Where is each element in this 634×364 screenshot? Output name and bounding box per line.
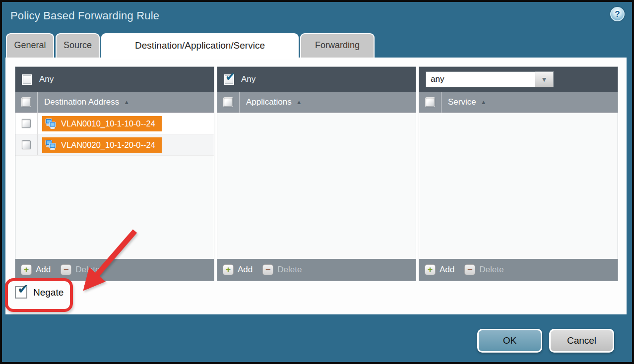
negate-label: Negate <box>33 287 63 298</box>
applications-header-label[interactable]: Applications <box>246 97 292 107</box>
help-glyph: ? <box>615 9 620 19</box>
service-header-label[interactable]: Service <box>448 97 476 107</box>
applications-delete-button[interactable]: − Delete <box>262 264 302 275</box>
destination-any-checkbox[interactable] <box>22 74 32 85</box>
network-computers-icon <box>45 118 57 129</box>
add-icon: + <box>223 264 234 275</box>
service-add-button[interactable]: + Add <box>425 264 454 275</box>
service-list <box>419 113 618 259</box>
delete-icon: − <box>262 264 273 275</box>
destination-address-column: Any Destination Address ▲ <box>15 66 214 281</box>
destination-select-all-checkbox[interactable] <box>22 98 31 107</box>
service-select-all-checkbox[interactable] <box>426 98 435 107</box>
dialog-title: Policy Based Forwarding Rule <box>10 9 159 22</box>
tab-destination-application-service[interactable]: Destination/Application/Service <box>101 33 299 60</box>
destination-header-label[interactable]: Destination Address <box>44 97 119 107</box>
tab-bar: General Source Destination/Application/S… <box>6 33 375 60</box>
destination-footer: + Add − Delete <box>15 259 214 281</box>
negate-checkbox[interactable]: ✔ <box>15 286 27 299</box>
applications-any-label: Any <box>241 74 255 84</box>
sort-ascending-icon: ▲ <box>296 99 302 106</box>
delete-label: Delete <box>277 265 302 275</box>
address-object-vlan0010[interactable]: VLAN0010_10-1-10-0--24 <box>42 116 162 131</box>
chevron-down-icon: ▼ <box>541 75 548 83</box>
network-computers-icon <box>45 139 57 150</box>
address-object-name: VLAN0020_10-1-20-0--24 <box>61 140 155 150</box>
address-row-vlan0020: VLAN0020_10-1-20-0--24 <box>15 134 214 156</box>
delete-icon: − <box>464 264 475 275</box>
service-dropdown[interactable]: any ▼ <box>426 71 554 87</box>
selector-columns: Any Destination Address ▲ <box>15 66 618 281</box>
add-icon: + <box>425 264 436 275</box>
destination-add-button[interactable]: + Add <box>21 264 51 275</box>
checkmark-icon: ✔ <box>17 283 29 296</box>
service-column: any ▼ Service ▲ + Add <box>419 66 618 281</box>
tab-general[interactable]: General <box>6 33 54 58</box>
applications-any-checkbox[interactable]: ✔ <box>224 74 234 85</box>
add-label: Add <box>440 265 454 275</box>
applications-select-all-checkbox[interactable] <box>224 98 233 107</box>
dropdown-arrow-button[interactable]: ▼ <box>535 71 554 87</box>
tab-forwarding[interactable]: Forwarding <box>300 33 375 58</box>
destination-any-bar: Any <box>15 67 214 92</box>
service-column-header: Service ▲ <box>419 92 618 113</box>
service-delete-button[interactable]: − Delete <box>464 264 504 275</box>
applications-list <box>217 113 416 259</box>
service-footer: + Add − Delete <box>419 259 618 281</box>
row-checkbox[interactable] <box>22 140 31 149</box>
delete-label: Delete <box>479 265 504 275</box>
add-icon: + <box>21 264 32 275</box>
add-label: Add <box>36 265 51 275</box>
applications-footer: + Add − Delete <box>217 259 416 281</box>
address-object-name: VLAN0010_10-1-10-0--24 <box>61 119 155 128</box>
delete-icon: − <box>61 264 71 275</box>
delete-label: Delete <box>75 265 100 275</box>
pbf-rule-dialog: Policy Based Forwarding Rule ? General S… <box>0 0 634 364</box>
address-row-vlan0010: VLAN0010_10-1-10-0--24 <box>15 113 214 134</box>
destination-column-header: Destination Address ▲ <box>15 92 214 113</box>
destination-any-label: Any <box>39 74 54 84</box>
ok-button[interactable]: OK <box>477 329 542 353</box>
applications-add-button[interactable]: + Add <box>223 264 253 275</box>
sort-ascending-icon: ▲ <box>481 99 487 106</box>
service-any-bar: any ▼ <box>419 67 618 92</box>
applications-column-header: Applications ▲ <box>217 92 416 113</box>
negate-row: ✔ Negate <box>15 286 63 299</box>
row-checkbox[interactable] <box>22 119 31 128</box>
checkmark-icon: ✔ <box>225 71 235 83</box>
service-dropdown-value: any <box>426 71 535 87</box>
applications-any-bar: ✔ Any <box>217 67 416 92</box>
tab-source[interactable]: Source <box>56 33 100 58</box>
destination-delete-button[interactable]: − Delete <box>61 264 100 275</box>
cancel-button[interactable]: Cancel <box>549 329 614 353</box>
destination-address-list: VLAN0010_10-1-10-0--24 <box>15 113 214 259</box>
sort-ascending-icon: ▲ <box>124 99 129 106</box>
address-object-vlan0020[interactable]: VLAN0020_10-1-20-0--24 <box>42 137 162 153</box>
add-label: Add <box>238 265 253 275</box>
help-icon[interactable]: ? <box>610 7 625 21</box>
tab-content-panel: Any Destination Address ▲ <box>5 58 627 314</box>
applications-column: ✔ Any Applications ▲ + Add − <box>217 66 416 281</box>
